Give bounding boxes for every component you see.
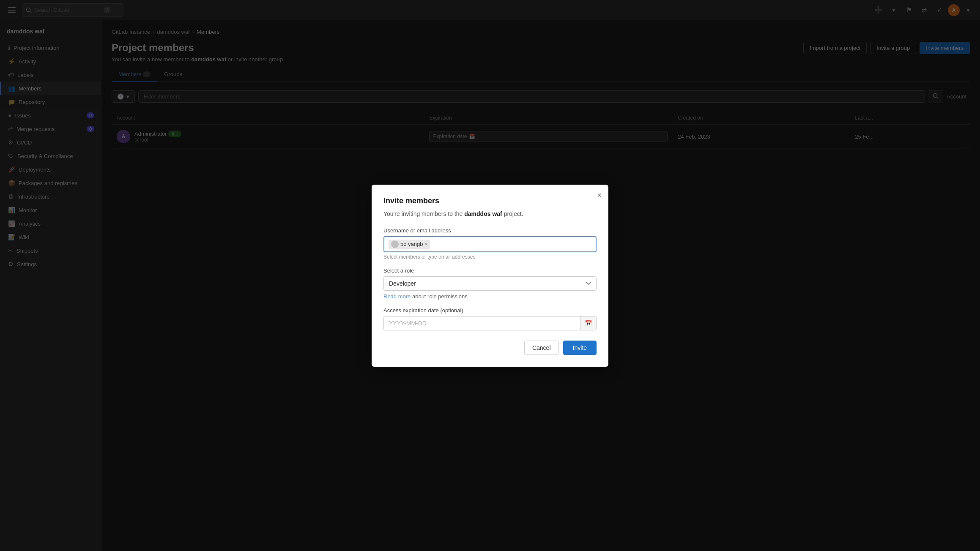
modal-cancel-button[interactable]: Cancel — [524, 341, 559, 355]
modal-subtitle: You're inviting members to the damddos w… — [383, 210, 597, 217]
user-tag: bo yangb × — [389, 240, 430, 249]
tag-remove-button[interactable]: × — [425, 241, 428, 247]
modal-invite-button[interactable]: Invite — [563, 341, 597, 355]
role-label: Select a role — [383, 267, 597, 274]
read-more-link[interactable]: Read more — [383, 293, 411, 300]
date-input-wrapper: 📅 — [383, 316, 597, 330]
role-permissions-hint: Read more about role permissions — [383, 293, 597, 300]
modal-title: Invite members — [383, 196, 597, 205]
expiration-label: Access expiration date (optional) — [383, 307, 597, 314]
expiration-date-input[interactable] — [384, 316, 580, 330]
role-select[interactable]: GuestReporterDeveloperMaintainerOwner — [383, 276, 597, 291]
invite-members-modal: × Invite members You're inviting members… — [372, 185, 608, 367]
modal-footer: Cancel Invite — [383, 341, 597, 355]
role-select-group: Select a role GuestReporterDeveloperMain… — [383, 267, 597, 300]
tag-avatar — [391, 240, 399, 248]
username-field-group: Username or email address bo yangb × Sel… — [383, 227, 597, 260]
username-tag-input[interactable]: bo yangb × — [383, 236, 597, 252]
username-field-hint: Select members or type email addresses — [383, 254, 597, 260]
expiration-field-group: Access expiration date (optional) 📅 — [383, 307, 597, 330]
modal-overlay[interactable]: × Invite members You're inviting members… — [0, 0, 980, 551]
tag-text: bo yangb — [400, 241, 423, 247]
modal-close-button[interactable]: × — [597, 191, 602, 199]
username-label: Username or email address — [383, 227, 597, 234]
calendar-icon[interactable]: 📅 — [580, 316, 596, 330]
